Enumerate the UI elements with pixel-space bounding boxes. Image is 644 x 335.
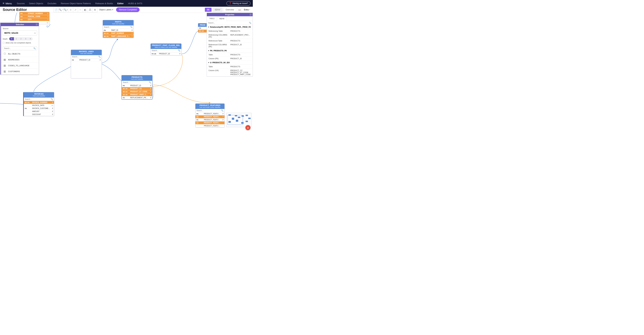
entity-parts[interactable]: PARTSHub and Satellite 🔍 PKPART_ID#BK UK… [103, 20, 134, 38]
depth-2[interactable]: 2 [18, 37, 23, 40]
nav-remove-patterns[interactable]: Remove Object Name Patterns [58, 2, 93, 5]
column-row[interactable]: BKCITY❝ [20, 18, 49, 21]
search-icon: 🔍 [177, 49, 181, 52]
depth-pills: 0 1 2 3 4 [9, 37, 33, 40]
item-icon: ▦ [3, 70, 6, 73]
menu-button[interactable]: ≡ Menu [0, 2, 14, 5]
nav-releases[interactable]: Releases & Builds [93, 2, 115, 5]
column-row[interactable]: INVOICE_DATE▭ [24, 104, 54, 107]
fab-button[interactable]: ≣ [246, 125, 250, 130]
entity-search-input[interactable] [103, 25, 129, 29]
source-dropdown[interactable]: MOTO_SALES ▾ [3, 30, 37, 35]
issue-label: Having an issue? [232, 2, 248, 4]
selection-item[interactable]: ▦CUSTOMERS [1, 69, 39, 74]
pill-sdvv[interactable]: SDVV [212, 7, 222, 12]
column-row[interactable]: BK UKPART_LANGUAGE_CODE❝ [103, 35, 134, 38]
column-row[interactable]: BKPOSTAL_CODE❝ [20, 15, 49, 18]
entity-pfcrel[interactable]: PRODUCT_FEAT_CLASS_RELMany to Many Link … [150, 43, 182, 55]
object-labels-dropdown[interactable]: Object Labels ▾ [99, 8, 113, 11]
remove-completed-button[interactable]: Remove Completed [116, 7, 140, 12]
property-section-header[interactable]: ▾Relationship/FK: MOTO_PROD_REPL_PROD_FK [207, 25, 253, 29]
tab-table[interactable]: TABLE [207, 16, 217, 21]
close-icon[interactable] [250, 13, 252, 15]
column-row[interactable]: PKPART_ID# [103, 29, 134, 32]
entity-invoices[interactable]: INVOICESHub and Satellite 🔍 BK PKINVOICE… [23, 92, 54, 116]
selection-item[interactable]: ▦CODES_TO_LANGUAGE [1, 63, 39, 69]
close-icon[interactable] [36, 23, 38, 25]
nav-sources[interactable]: Sources [14, 2, 27, 5]
entity-subtitle: Hub and Multi-Active Satellite [196, 106, 224, 108]
chevron-down-icon: ▾ [249, 9, 250, 10]
layout2-icon[interactable]: 品 [88, 7, 92, 12]
column-row[interactable]: FKPRODUCT_FEATURE_CAT_ID# [196, 118, 224, 121]
entity-search-input[interactable] [24, 98, 50, 101]
selection-header: Selection [1, 23, 39, 26]
column-row[interactable]: FK UKPRODUCT_ID# [151, 52, 181, 55]
show-not-completed-checkbox[interactable]: show only not completed objects [3, 42, 37, 44]
distribute-icon[interactable]: ↔ [78, 7, 83, 12]
property-row: TablePRODUCTS [207, 65, 253, 69]
entity-addresses-fragment[interactable]: BKSTREET_NUMBER#BKPOSTAL_CODE❝BKCITY❝ ◎ [19, 12, 50, 24]
entity-search-input[interactable] [122, 81, 148, 84]
nav-editor[interactable]: Editor [115, 2, 126, 5]
column-row[interactable]: PKPRODUCT_FEATURE_ID# [196, 112, 224, 115]
properties-search-input[interactable] [207, 21, 248, 25]
column-row[interactable]: BK UK [198, 30, 207, 32]
entity-prod-fragment[interactable]: PROD PKBK UK [198, 23, 207, 33]
nav-excludes[interactable]: Excludes [45, 2, 58, 5]
column-row[interactable]: BK UKPART_NUMBER❝ [103, 32, 134, 35]
column-row[interactable]: AMOUNT# [24, 110, 54, 113]
selection-item[interactable]: ⎔ALL OBJECTS [1, 51, 39, 57]
layout1-icon[interactable]: ◧ [83, 7, 88, 12]
entity-search-input[interactable] [151, 49, 177, 52]
nav-hubs-sats[interactable]: HUBS & SATS [126, 2, 144, 5]
entity-title: INVOICE_LINES [72, 50, 101, 52]
property-section-header[interactable]: ▾PK: PRODUCTS_PK [207, 49, 253, 53]
column-row[interactable]: SAPRODUCT_FEATURE_LANGUA [196, 121, 224, 124]
zoom-out-icon[interactable]: 🔍− [58, 7, 64, 12]
column-row[interactable]: BK UKPRODUCT_PART_CODE❝ [122, 93, 152, 96]
entity-invoice-lines[interactable]: INVOICE_LINESHub and Satellite 🔍 FKPRODU… [71, 50, 102, 78]
extra-dropdown[interactable]: Extra ▾ [243, 8, 251, 11]
properties-panel[interactable]: Properties TABLE KEYS 🔍 ▾Relationship/FK… [207, 13, 253, 77]
depth-4[interactable]: 4 [28, 37, 33, 40]
minimap-viewport[interactable] [228, 115, 243, 125]
depth-1[interactable]: 1 [14, 37, 18, 40]
column-row[interactable]: FKREPLACEMENT_PRODUC…# [122, 96, 152, 99]
entity-title: PRODUCT_FEATURES [196, 104, 224, 106]
expand-icon[interactable]: ⤢ [73, 7, 78, 12]
depth-0[interactable]: 0 [9, 37, 14, 40]
column-row[interactable]: FKPRODUCT_ID# [71, 58, 102, 61]
column-row[interactable]: DISCOUNT# [24, 113, 54, 116]
entity-products[interactable]: PRODUCTSHub and Satellite 🔍 PKPRODUCT_ID… [122, 75, 152, 100]
column-row[interactable]: BK PKINVOICE_NUMBER# [24, 101, 54, 104]
entity-search-input[interactable] [196, 109, 220, 112]
nav-select-objects[interactable]: Select Objects [27, 2, 46, 5]
pill-overview[interactable]: Overview [224, 7, 236, 12]
column-row[interactable]: PRODUCT_FEATURE_DESCRIP [196, 124, 224, 127]
column-row[interactable]: PK [198, 27, 207, 30]
column-row[interactable]: BKSTREET_NUMBER# [20, 12, 49, 15]
property-section-header[interactable]: ▾U: PRODUCTS_UK_IDX [207, 60, 253, 65]
pill-se[interactable]: SE [205, 8, 212, 12]
entity-subtitle: Hub and Satellite [72, 52, 101, 54]
depth-3[interactable]: 3 [23, 37, 28, 40]
delete-icon[interactable]: 🗑 [68, 7, 73, 12]
selection-panel[interactable]: Selection Source: MOTO_SALES ▾ Depth: 0 … [0, 23, 39, 75]
text-icon[interactable]: A [92, 7, 98, 12]
column-row[interactable]: PKPRODUCT_ID# [122, 84, 152, 87]
new-file-icon[interactable]: 📄 [54, 7, 58, 12]
entity-product-features[interactable]: PRODUCT_FEATURESHub and Multi-Active Sat… [195, 103, 224, 128]
tab-keys[interactable]: KEYS [217, 16, 227, 21]
search-icon: 🔍 [220, 109, 224, 112]
having-issue-button[interactable]: ❓ Having an issue? [226, 1, 250, 5]
selection-item[interactable]: ▦ADDRESSES [1, 57, 39, 63]
column-row[interactable]: BKPRODUCT_FEATURE_CODE❝ [196, 115, 224, 118]
column-row[interactable]: BK UKPRODUCT_CC# [122, 87, 152, 90]
selection-search-input[interactable] [3, 47, 32, 50]
entity-search-input[interactable] [71, 55, 97, 58]
column-row[interactable]: BK UKPRODUCT_ET_CODE❝ [122, 90, 152, 93]
column-row[interactable]: FKINVOICE_CUSTOMER_ID# [24, 107, 54, 110]
docs-icon[interactable]: 📖 [237, 7, 242, 12]
zoom-in-icon[interactable]: 🔍+ [63, 7, 68, 12]
